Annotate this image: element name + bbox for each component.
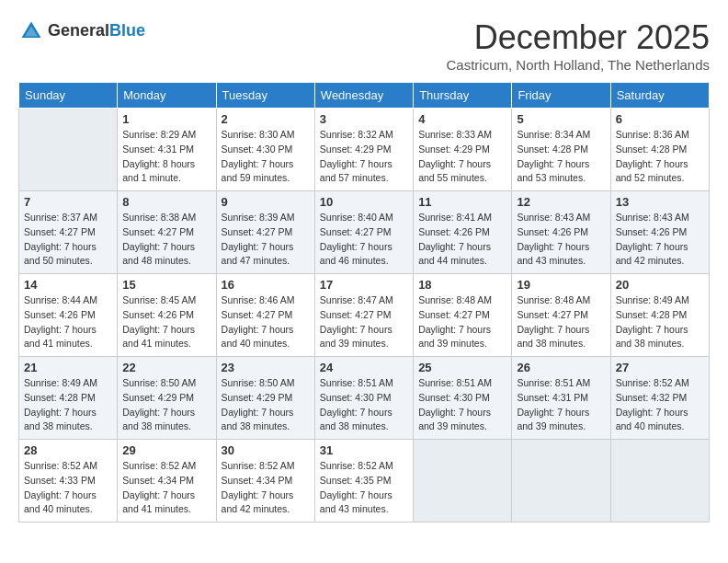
day-number: 29 xyxy=(122,443,210,457)
day-cell: 28Sunrise: 8:52 AMSunset: 4:33 PMDayligh… xyxy=(19,440,118,523)
weekday-header-wednesday: Wednesday xyxy=(314,83,413,109)
day-number: 16 xyxy=(222,278,310,292)
page-header: GeneralBlue December 2025 Castricum, Nor… xyxy=(18,18,710,73)
day-cell: 14Sunrise: 8:44 AMSunset: 4:26 PMDayligh… xyxy=(19,274,118,357)
day-info: Sunrise: 8:30 AMSunset: 4:30 PMDaylight:… xyxy=(222,128,310,186)
day-info: Sunrise: 8:48 AMSunset: 4:27 PMDaylight:… xyxy=(418,293,506,351)
day-number: 4 xyxy=(418,112,506,126)
day-number: 11 xyxy=(418,195,506,209)
day-info: Sunrise: 8:49 AMSunset: 4:28 PMDaylight:… xyxy=(616,293,704,351)
day-info: Sunrise: 8:29 AMSunset: 4:31 PMDaylight:… xyxy=(122,128,210,186)
day-number: 23 xyxy=(222,361,310,374)
day-cell xyxy=(414,440,512,523)
day-info: Sunrise: 8:51 AMSunset: 4:31 PMDaylight:… xyxy=(517,376,605,434)
day-number: 20 xyxy=(616,278,704,292)
day-info: Sunrise: 8:32 AMSunset: 4:29 PMDaylight:… xyxy=(320,128,408,186)
day-cell xyxy=(610,440,709,523)
day-cell: 23Sunrise: 8:50 AMSunset: 4:29 PMDayligh… xyxy=(216,357,314,440)
day-info: Sunrise: 8:49 AMSunset: 4:28 PMDaylight:… xyxy=(24,376,112,434)
day-number: 19 xyxy=(517,278,605,292)
day-cell: 11Sunrise: 8:41 AMSunset: 4:26 PMDayligh… xyxy=(414,191,512,274)
day-number: 15 xyxy=(122,278,210,292)
day-number: 6 xyxy=(616,112,704,126)
day-info: Sunrise: 8:43 AMSunset: 4:26 PMDaylight:… xyxy=(517,211,605,269)
day-cell: 9Sunrise: 8:39 AMSunset: 4:27 PMDaylight… xyxy=(216,191,314,274)
day-number: 7 xyxy=(24,195,112,209)
day-cell: 7Sunrise: 8:37 AMSunset: 4:27 PMDaylight… xyxy=(19,191,118,274)
day-info: Sunrise: 8:48 AMSunset: 4:27 PMDaylight:… xyxy=(517,293,605,351)
logo-text-general: GeneralBlue xyxy=(48,22,145,40)
day-cell: 15Sunrise: 8:45 AMSunset: 4:26 PMDayligh… xyxy=(118,274,216,357)
day-info: Sunrise: 8:52 AMSunset: 4:32 PMDaylight:… xyxy=(616,376,704,434)
day-cell: 17Sunrise: 8:47 AMSunset: 4:27 PMDayligh… xyxy=(314,274,413,357)
day-number: 25 xyxy=(418,361,506,374)
week-row-1: 1Sunrise: 8:29 AMSunset: 4:31 PMDaylight… xyxy=(19,109,710,191)
day-info: Sunrise: 8:51 AMSunset: 4:30 PMDaylight:… xyxy=(418,376,506,434)
day-number: 17 xyxy=(320,278,408,292)
day-number: 10 xyxy=(320,195,408,209)
day-cell: 26Sunrise: 8:51 AMSunset: 4:31 PMDayligh… xyxy=(512,357,610,440)
day-number: 28 xyxy=(24,443,112,457)
day-cell: 22Sunrise: 8:50 AMSunset: 4:29 PMDayligh… xyxy=(118,357,216,440)
day-cell: 6Sunrise: 8:36 AMSunset: 4:28 PMDaylight… xyxy=(610,109,709,191)
day-info: Sunrise: 8:52 AMSunset: 4:34 PMDaylight:… xyxy=(222,459,310,517)
day-number: 2 xyxy=(222,112,310,126)
weekday-header-thursday: Thursday xyxy=(414,83,512,109)
day-cell xyxy=(19,109,118,191)
day-info: Sunrise: 8:43 AMSunset: 4:26 PMDaylight:… xyxy=(616,211,704,269)
day-number: 3 xyxy=(320,112,408,126)
day-info: Sunrise: 8:50 AMSunset: 4:29 PMDaylight:… xyxy=(222,376,310,434)
day-number: 31 xyxy=(320,443,408,457)
day-info: Sunrise: 8:52 AMSunset: 4:35 PMDaylight:… xyxy=(320,459,408,517)
day-number: 24 xyxy=(320,361,408,374)
day-info: Sunrise: 8:51 AMSunset: 4:30 PMDaylight:… xyxy=(320,376,408,434)
day-info: Sunrise: 8:39 AMSunset: 4:27 PMDaylight:… xyxy=(222,211,310,269)
day-cell: 8Sunrise: 8:38 AMSunset: 4:27 PMDaylight… xyxy=(118,191,216,274)
day-cell xyxy=(512,440,610,523)
day-number: 22 xyxy=(122,361,210,374)
logo: GeneralBlue xyxy=(18,18,145,44)
day-info: Sunrise: 8:46 AMSunset: 4:27 PMDaylight:… xyxy=(222,293,310,351)
day-number: 30 xyxy=(222,443,310,457)
day-info: Sunrise: 8:36 AMSunset: 4:28 PMDaylight:… xyxy=(616,128,704,186)
day-cell: 31Sunrise: 8:52 AMSunset: 4:35 PMDayligh… xyxy=(314,440,413,523)
day-info: Sunrise: 8:47 AMSunset: 4:27 PMDaylight:… xyxy=(320,293,408,351)
location-subtitle: Castricum, North Holland, The Netherland… xyxy=(446,57,710,73)
day-number: 9 xyxy=(222,195,310,209)
day-cell: 3Sunrise: 8:32 AMSunset: 4:29 PMDaylight… xyxy=(314,109,413,191)
weekday-header-saturday: Saturday xyxy=(610,83,709,109)
day-cell: 4Sunrise: 8:33 AMSunset: 4:29 PMDaylight… xyxy=(414,109,512,191)
day-cell: 1Sunrise: 8:29 AMSunset: 4:31 PMDaylight… xyxy=(118,109,216,191)
weekday-header-monday: Monday xyxy=(118,83,216,109)
week-row-2: 7Sunrise: 8:37 AMSunset: 4:27 PMDaylight… xyxy=(19,191,710,274)
day-cell: 29Sunrise: 8:52 AMSunset: 4:34 PMDayligh… xyxy=(118,440,216,523)
week-row-5: 28Sunrise: 8:52 AMSunset: 4:33 PMDayligh… xyxy=(19,440,710,523)
week-row-3: 14Sunrise: 8:44 AMSunset: 4:26 PMDayligh… xyxy=(19,274,710,357)
day-number: 1 xyxy=(122,112,210,126)
day-cell: 30Sunrise: 8:52 AMSunset: 4:34 PMDayligh… xyxy=(216,440,314,523)
day-cell: 2Sunrise: 8:30 AMSunset: 4:30 PMDaylight… xyxy=(216,109,314,191)
day-number: 12 xyxy=(517,195,605,209)
day-info: Sunrise: 8:44 AMSunset: 4:26 PMDaylight:… xyxy=(24,293,112,351)
day-cell: 19Sunrise: 8:48 AMSunset: 4:27 PMDayligh… xyxy=(512,274,610,357)
weekday-header-tuesday: Tuesday xyxy=(216,83,314,109)
day-info: Sunrise: 8:33 AMSunset: 4:29 PMDaylight:… xyxy=(418,128,506,186)
day-cell: 5Sunrise: 8:34 AMSunset: 4:28 PMDaylight… xyxy=(512,109,610,191)
day-number: 27 xyxy=(616,361,704,374)
day-info: Sunrise: 8:50 AMSunset: 4:29 PMDaylight:… xyxy=(122,376,210,434)
title-block: December 2025 Castricum, North Holland, … xyxy=(446,18,710,73)
day-cell: 10Sunrise: 8:40 AMSunset: 4:27 PMDayligh… xyxy=(314,191,413,274)
logo-icon xyxy=(18,18,44,44)
day-info: Sunrise: 8:40 AMSunset: 4:27 PMDaylight:… xyxy=(320,211,408,269)
day-number: 18 xyxy=(418,278,506,292)
weekday-header-friday: Friday xyxy=(512,83,610,109)
day-info: Sunrise: 8:52 AMSunset: 4:33 PMDaylight:… xyxy=(24,459,112,517)
day-number: 21 xyxy=(24,361,112,374)
day-number: 8 xyxy=(122,195,210,209)
weekday-header-row: SundayMondayTuesdayWednesdayThursdayFrid… xyxy=(19,83,710,109)
day-cell: 27Sunrise: 8:52 AMSunset: 4:32 PMDayligh… xyxy=(610,357,709,440)
day-cell: 20Sunrise: 8:49 AMSunset: 4:28 PMDayligh… xyxy=(610,274,709,357)
month-title: December 2025 xyxy=(446,18,710,57)
day-info: Sunrise: 8:37 AMSunset: 4:27 PMDaylight:… xyxy=(24,211,112,269)
day-number: 13 xyxy=(616,195,704,209)
